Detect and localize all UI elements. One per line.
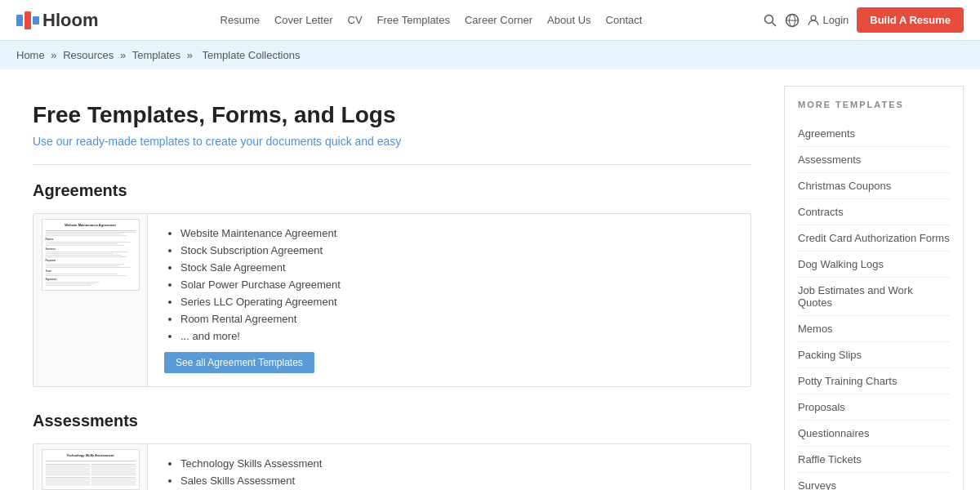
globe-icon <box>785 13 800 28</box>
sidebar: MORE TEMPLATES Agreements Assessments Ch… <box>784 86 964 490</box>
page-title: Free Templates, Forms, and Logs <box>33 102 751 128</box>
list-item: ... and more! <box>180 330 734 342</box>
agreements-doc: Website Maintenance Agreement Parties Se… <box>42 219 140 291</box>
sidebar-item-potty-training[interactable]: Potty Training Charts <box>798 368 950 394</box>
sidebar-item-assessments[interactable]: Assessments <box>798 147 950 173</box>
agreements-preview: Website Maintenance Agreement Parties Se… <box>33 214 148 386</box>
breadcrumb-sep3: » <box>187 49 196 61</box>
page-subtitle: Use our ready-made templates to create y… <box>33 135 751 148</box>
agreements-info: Website Maintenance Agreement Stock Subs… <box>148 214 751 386</box>
breadcrumb-current: Template Collections <box>202 49 300 61</box>
sidebar-item-christmas-coupons[interactable]: Christmas Coupons <box>798 173 950 199</box>
nav-cover-letter[interactable]: Cover Letter <box>274 14 333 26</box>
nav-career-corner[interactable]: Career Corner <box>465 14 532 26</box>
breadcrumb-sep2: » <box>120 49 129 61</box>
breadcrumb-home[interactable]: Home <box>16 49 45 61</box>
list-item: Website Maintenance Agreement <box>180 227 734 239</box>
search-button[interactable] <box>764 14 777 27</box>
svg-rect-0 <box>16 15 23 26</box>
see-all-agreements-button[interactable]: See all Agreement Templates <box>164 352 314 373</box>
sidebar-item-job-estimates[interactable]: Job Estimates and Work Quotes <box>798 278 950 316</box>
svg-point-3 <box>765 15 773 23</box>
sidebar-item-packing-slips[interactable]: Packing Slips <box>798 342 950 368</box>
list-item: Stock Subscription Agreement <box>180 244 734 256</box>
sidebar-item-questionnaires[interactable]: Questionnaires <box>798 421 950 447</box>
globe-button[interactable] <box>785 13 800 28</box>
breadcrumb: Home » Resources » Templates » Template … <box>0 41 980 69</box>
breadcrumb-sep1: » <box>51 49 60 61</box>
nav-about-us[interactable]: About Us <box>547 14 590 26</box>
svg-rect-2 <box>33 16 39 24</box>
sidebar-item-contracts[interactable]: Contracts <box>798 199 950 225</box>
logo-icon <box>16 11 39 29</box>
breadcrumb-templates[interactable]: Templates <box>132 49 180 61</box>
list-item: Stock Sale Agreement <box>180 261 734 274</box>
nav-contact[interactable]: Contact <box>606 14 643 26</box>
section-divider <box>33 164 751 165</box>
breadcrumb-resources[interactable]: Resources <box>63 49 114 61</box>
sidebar-title: MORE TEMPLATES <box>798 100 950 109</box>
nav-cv[interactable]: CV <box>348 14 363 26</box>
logo-text: Hloom <box>42 10 98 31</box>
main-container: Free Templates, Forms, and Logs Use our … <box>0 69 980 490</box>
assessments-section-title: Assessments <box>33 412 751 430</box>
sidebar-item-dog-walking[interactable]: Dog Walking Logs <box>798 252 950 278</box>
login-label: Login <box>822 14 849 26</box>
sidebar-item-memos[interactable]: Memos <box>798 316 950 342</box>
list-item: Room Rental Agreement <box>180 313 734 325</box>
list-item: Technology Skills Assessment <box>180 457 734 470</box>
list-item: Series LLC Operating Agreement <box>180 296 734 308</box>
user-icon <box>808 15 819 26</box>
sidebar-item-raffle-tickets[interactable]: Raffle Tickets <box>798 447 950 473</box>
sidebar-item-surveys[interactable]: Surveys <box>798 473 950 490</box>
content-area: Free Templates, Forms, and Logs Use our … <box>16 86 768 490</box>
svg-rect-1 <box>24 11 31 29</box>
list-item: Solar Power Purchase Agreement <box>180 278 734 291</box>
sidebar-item-proposals[interactable]: Proposals <box>798 394 950 421</box>
assessments-info: Technology Skills Assessment Sales Skill… <box>148 444 751 490</box>
agreements-card: Website Maintenance Agreement Parties Se… <box>33 213 751 387</box>
agreements-section-title: Agreements <box>33 181 751 200</box>
assessments-list: Technology Skills Assessment Sales Skill… <box>164 457 734 490</box>
sidebar-item-credit-card[interactable]: Credit Card Authorization Forms <box>798 225 950 252</box>
search-icon <box>764 14 777 27</box>
svg-point-8 <box>811 16 816 20</box>
agreements-doc-title: Website Maintenance Agreement <box>46 223 136 228</box>
logo[interactable]: Hloom <box>16 10 98 31</box>
assessments-card: Technology Skills Assessment <box>33 443 751 490</box>
login-button[interactable]: Login <box>808 14 849 26</box>
assessments-preview: Technology Skills Assessment <box>33 444 148 490</box>
build-resume-button[interactable]: Build A Resume <box>857 7 964 33</box>
nav-free-templates[interactable]: Free Templates <box>377 14 450 26</box>
header: Hloom Resume Cover Letter CV Free Templa… <box>0 0 980 41</box>
assessments-doc-title: Technology Skills Assessment <box>46 453 136 458</box>
list-item: Sales Skills Assessment <box>180 474 734 487</box>
nav-resume[interactable]: Resume <box>220 14 260 26</box>
agreements-list: Website Maintenance Agreement Stock Subs… <box>164 227 734 342</box>
header-actions: Login Build A Resume <box>764 7 964 33</box>
sidebar-item-agreements[interactable]: Agreements <box>798 121 950 147</box>
assessments-doc: Technology Skills Assessment <box>42 449 140 490</box>
main-nav: Resume Cover Letter CV Free Templates Ca… <box>220 14 643 26</box>
svg-line-4 <box>773 22 777 26</box>
